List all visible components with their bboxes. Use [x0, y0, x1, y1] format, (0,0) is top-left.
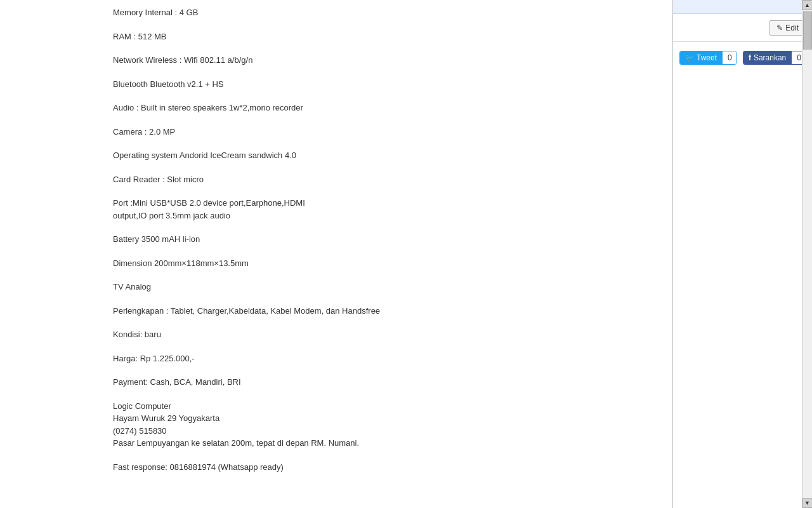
spec-item-kondisi: Kondisi: baru [113, 328, 659, 341]
sarankan-label-area: f Sarankan [743, 51, 791, 64]
spec-item-harga: Harga: Rp 1.225.000,- [113, 352, 659, 365]
scroll-thumb[interactable] [803, 11, 812, 50]
spec-item-audio: Audio : Built in stereo speakers 1w*2,mo… [113, 102, 659, 114]
spec-item-store-block: Logic ComputerHayam Wuruk 29 Yogyakarta(… [113, 400, 659, 450]
spec-item-bluetooth: Bluetooth Bluetooth v2.1 + HS [113, 78, 659, 91]
facebook-icon: f [749, 53, 751, 62]
twitter-icon: 🐦 [685, 54, 694, 62]
spec-item-camera: Camera : 2.0 MP [113, 126, 659, 138]
spec-item-ram: RAM : 512 MB [113, 30, 659, 43]
tweet-count: 0 [722, 51, 737, 64]
sidebar: ✎ Edit 🐦 Tweet 0 f Sarankan 0 [672, 0, 812, 508]
sarankan-text: Sarankan [754, 53, 786, 62]
spec-item-memory: Memory Internal : 4 GB [113, 6, 659, 19]
spec-item-battery: Battery 3500 mAH li-ion [113, 233, 659, 246]
spec-item-tv: TV Analog [113, 281, 659, 293]
tweet-button[interactable]: 🐦 Tweet 0 [679, 51, 737, 65]
sidebar-top-bar [673, 0, 812, 14]
spec-item-network: Network Wireless : Wifi 802.11 a/b/g/n [113, 54, 659, 67]
spec-item-cardreader: Card Reader : Slot micro [113, 173, 659, 186]
sarankan-button[interactable]: f Sarankan 0 [743, 51, 806, 65]
down-arrow-icon: ▼ [804, 500, 810, 506]
edit-bar: ✎ Edit [673, 14, 812, 42]
scrollbar[interactable]: ▲ ▼ [802, 0, 812, 508]
spec-item-perlengkapan: Perlengkapan : Tablet, Charger,Kabeldata… [113, 305, 659, 318]
tweet-label-area: 🐦 Tweet [680, 51, 722, 64]
spec-item-port: Port :Mini USB*USB 2.0 device port,Earph… [113, 197, 659, 222]
edit-icon: ✎ [776, 23, 783, 32]
specs-container: Memory Internal : 4 GBRAM : 512 MBNetwor… [113, 6, 659, 473]
scroll-track [802, 10, 812, 498]
edit-label: Edit [785, 23, 799, 32]
spec-item-os: Operating system Andorid IceCream sandwi… [113, 149, 659, 162]
up-arrow-icon: ▲ [804, 2, 810, 8]
spec-item-dimension: Dimension 200mm×118mm×13.5mm [113, 257, 659, 270]
scroll-down-arrow[interactable]: ▼ [802, 498, 813, 508]
spec-item-payment: Payment: Cash, BCA, Mandiri, BRI [113, 376, 659, 389]
main-content: Memory Internal : 4 GBRAM : 512 MBNetwor… [0, 0, 672, 508]
tweet-text: Tweet [697, 53, 717, 62]
page-wrapper: Memory Internal : 4 GBRAM : 512 MBNetwor… [0, 0, 812, 508]
spec-item-fast-response: Fast response: 0816881974 (Whatsapp read… [113, 461, 659, 474]
social-bar: 🐦 Tweet 0 f Sarankan 0 [673, 42, 812, 74]
scroll-up-arrow[interactable]: ▲ [802, 0, 813, 10]
edit-button[interactable]: ✎ Edit [769, 20, 806, 36]
